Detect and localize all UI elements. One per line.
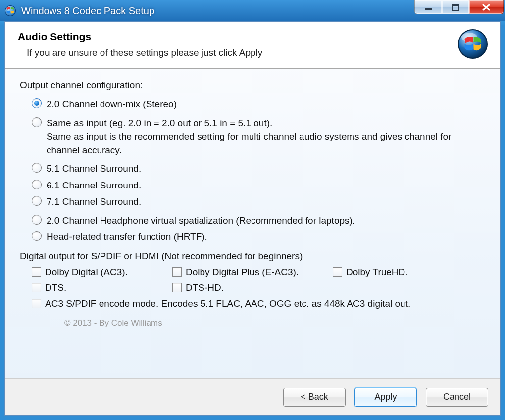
divider — [168, 323, 485, 323]
output-section-label: Output channel configuration: — [20, 80, 485, 91]
check-dolby-eac3[interactable]: Dolby Digital Plus (E-AC3). — [172, 267, 331, 278]
check-dts-hd[interactable]: DTS-HD. — [172, 282, 331, 293]
page-subtitle: If you are unsure of these settings plea… — [18, 47, 487, 58]
page-title: Audio Settings — [18, 31, 487, 43]
check-label: Dolby TrueHD. — [346, 267, 408, 278]
minimize-button[interactable] — [414, 0, 442, 14]
radio-label: 2.0 Channel down-mix (Stereo) — [47, 97, 177, 111]
radio-same-as-input[interactable]: Same as input (eg. 2.0 in = 2.0 out or 5… — [32, 116, 485, 157]
radio-icon — [32, 117, 42, 127]
radio-headphone-virtual[interactable]: 2.0 Channel Headphone virtual spatializa… — [32, 214, 485, 228]
check-dolby-truehd[interactable]: Dolby TrueHD. — [333, 267, 485, 278]
radio-6-1-surround[interactable]: 6.1 Channel Surround. — [32, 179, 485, 192]
checkbox-icon — [172, 283, 182, 292]
close-button[interactable] — [469, 0, 504, 14]
radio-icon — [32, 98, 42, 108]
app-icon — [4, 5, 16, 17]
radio-icon — [32, 215, 42, 225]
radio-icon — [32, 196, 42, 206]
maximize-button[interactable] — [442, 0, 469, 14]
back-button[interactable]: < Back — [283, 388, 346, 407]
credit-line: © 2013 - By Cole Williams — [20, 318, 485, 328]
footer: < Back Apply Cancel — [5, 378, 500, 415]
radio-7-1-surround[interactable]: 7.1 Channel Surround. — [32, 195, 485, 209]
check-ac3-spdif-encode[interactable]: AC3 S/PDIF encode mode. Encodes 5.1 FLAC… — [32, 298, 485, 309]
checkbox-icon — [32, 267, 41, 277]
output-radio-group: 2.0 Channel down-mix (Stereo) Same as in… — [20, 97, 485, 244]
check-label: AC3 S/PDIF encode mode. Encodes 5.1 FLAC… — [45, 298, 410, 309]
radio-label: 5.1 Channel Surround. — [47, 162, 141, 176]
checkbox-icon — [32, 283, 41, 292]
svg-rect-2 — [425, 8, 432, 10]
check-label: DTS. — [45, 282, 66, 293]
cancel-button[interactable]: Cancel — [426, 388, 488, 407]
header-pane: Audio Settings If you are unsure of thes… — [5, 22, 500, 69]
check-label: DTS-HD. — [186, 282, 224, 293]
radio-icon — [32, 180, 42, 189]
check-label: Dolby Digital Plus (E-AC3). — [186, 267, 299, 278]
window-frame: Windows 8 Codec Pack Setup Audio Setting… — [0, 0, 505, 420]
radio-label: Same as input (eg. 2.0 in = 2.0 out or 5… — [47, 116, 485, 157]
window-title: Windows 8 Codec Pack Setup — [21, 5, 154, 17]
radio-label: 6.1 Channel Surround. — [47, 179, 141, 192]
radio-icon — [32, 163, 42, 173]
titlebar[interactable]: Windows 8 Codec Pack Setup — [0, 0, 505, 21]
window-controls — [415, 0, 504, 14]
check-dolby-ac3[interactable]: Dolby Digital (AC3). — [32, 267, 170, 278]
windows-orb-icon — [457, 29, 488, 59]
radio-5-1-surround[interactable]: 5.1 Channel Surround. — [32, 162, 485, 176]
checkbox-icon — [333, 267, 342, 277]
radio-hrtf[interactable]: Head-related transfer function (HRTF). — [32, 230, 485, 244]
digital-check-group: Dolby Digital (AC3). Dolby Digital Plus … — [20, 267, 485, 309]
body-pane: Output channel configuration: 2.0 Channe… — [5, 69, 500, 378]
check-label: Dolby Digital (AC3). — [45, 267, 128, 278]
radio-2-0-stereo[interactable]: 2.0 Channel down-mix (Stereo) — [32, 97, 485, 111]
client-area: Audio Settings If you are unsure of thes… — [4, 21, 501, 416]
apply-button[interactable]: Apply — [354, 388, 417, 407]
radio-icon — [32, 231, 42, 241]
radio-label: 2.0 Channel Headphone virtual spatializa… — [47, 214, 355, 228]
svg-rect-4 — [452, 4, 459, 6]
checkbox-icon — [32, 299, 41, 308]
digital-section-label: Digital output for S/PDIF or HDMI (Not r… — [20, 251, 485, 262]
radio-label: Head-related transfer function (HRTF). — [47, 230, 207, 244]
radio-label: 7.1 Channel Surround. — [47, 195, 141, 209]
check-dts[interactable]: DTS. — [32, 282, 170, 293]
credit-text: © 2013 - By Cole Williams — [64, 318, 162, 328]
checkbox-icon — [172, 267, 182, 277]
